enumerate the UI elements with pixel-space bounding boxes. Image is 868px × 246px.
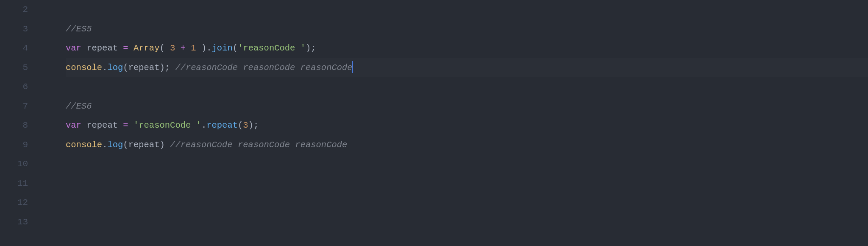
token: = bbox=[123, 43, 128, 53]
token: 3 bbox=[170, 43, 175, 53]
token: //ES6 bbox=[66, 101, 92, 111]
token: . bbox=[102, 63, 107, 73]
token: console bbox=[66, 63, 102, 73]
token: + bbox=[181, 43, 186, 53]
line-number: 12 bbox=[0, 193, 28, 212]
token: repeat bbox=[206, 120, 238, 130]
token: . bbox=[102, 140, 107, 150]
token: ( bbox=[159, 43, 170, 53]
token bbox=[118, 120, 123, 130]
code-line[interactable]: console.log(repeat) //reasonCode reasonC… bbox=[66, 135, 868, 155]
code-line[interactable]: //ES6 bbox=[66, 97, 868, 116]
text-cursor bbox=[352, 61, 353, 73]
code-line[interactable]: var repeat = 'reasonCode '.repeat(3); bbox=[66, 116, 868, 135]
token: //ES5 bbox=[66, 24, 92, 34]
token: repeat bbox=[86, 120, 118, 130]
code-line[interactable]: console.log(repeat); //reasonCode reason… bbox=[66, 58, 868, 78]
token: //reasonCode reasonCode reasonCode bbox=[170, 140, 347, 150]
line-number: 7 bbox=[0, 97, 28, 116]
token: 'reasonCode ' bbox=[134, 120, 201, 130]
token: log bbox=[107, 140, 123, 150]
line-number: 8 bbox=[0, 116, 28, 135]
token: ( bbox=[123, 140, 128, 150]
code-line[interactable]: var repeat = Array( 3 + 1 ).join('reason… bbox=[66, 39, 868, 58]
line-number: 2 bbox=[0, 0, 28, 20]
token: repeat bbox=[128, 140, 160, 150]
gutter: 2345678910111213 bbox=[0, 0, 40, 246]
line-number: 10 bbox=[0, 154, 28, 174]
token: ) bbox=[159, 140, 170, 150]
token: ). bbox=[196, 43, 212, 53]
token: ( bbox=[123, 63, 128, 73]
token bbox=[81, 43, 86, 53]
line-number: 3 bbox=[0, 20, 28, 39]
code-line[interactable] bbox=[66, 0, 868, 20]
code-line[interactable] bbox=[66, 193, 868, 212]
token: repeat bbox=[86, 43, 118, 53]
token: join bbox=[212, 43, 233, 53]
line-number: 6 bbox=[0, 77, 28, 97]
line-number: 13 bbox=[0, 212, 28, 232]
code-line[interactable] bbox=[66, 212, 868, 232]
token: ); bbox=[248, 120, 259, 130]
token: 1 bbox=[191, 43, 196, 53]
token: var bbox=[66, 120, 81, 130]
code-line[interactable]: //ES5 bbox=[66, 20, 868, 39]
token bbox=[81, 120, 86, 130]
code-area[interactable]: //ES5var repeat = Array( 3 + 1 ).join('r… bbox=[40, 0, 868, 246]
line-number: 11 bbox=[0, 174, 28, 193]
token: Array bbox=[134, 43, 160, 53]
token: //reasonCode reasonCode reasonCode bbox=[175, 63, 352, 73]
token: 3 bbox=[243, 120, 248, 130]
token: ); bbox=[159, 63, 175, 73]
token: ( bbox=[233, 43, 238, 53]
token bbox=[118, 43, 123, 53]
code-line[interactable] bbox=[66, 174, 868, 193]
token bbox=[128, 120, 134, 130]
token: 'reasonCode ' bbox=[238, 43, 306, 53]
line-number: 9 bbox=[0, 135, 28, 155]
token: ( bbox=[238, 120, 243, 130]
token bbox=[186, 43, 191, 53]
token: log bbox=[107, 63, 123, 73]
code-editor[interactable]: 2345678910111213 //ES5var repeat = Array… bbox=[0, 0, 868, 246]
line-number: 4 bbox=[0, 39, 28, 58]
token: console bbox=[66, 140, 102, 150]
token: = bbox=[123, 120, 128, 130]
token bbox=[128, 43, 134, 53]
code-line[interactable] bbox=[66, 77, 868, 97]
token: var bbox=[66, 43, 81, 53]
token: repeat bbox=[128, 63, 160, 73]
token bbox=[175, 43, 180, 53]
code-line[interactable] bbox=[66, 154, 868, 174]
token: . bbox=[201, 120, 206, 130]
token: ); bbox=[306, 43, 316, 53]
line-number: 5 bbox=[0, 58, 28, 78]
